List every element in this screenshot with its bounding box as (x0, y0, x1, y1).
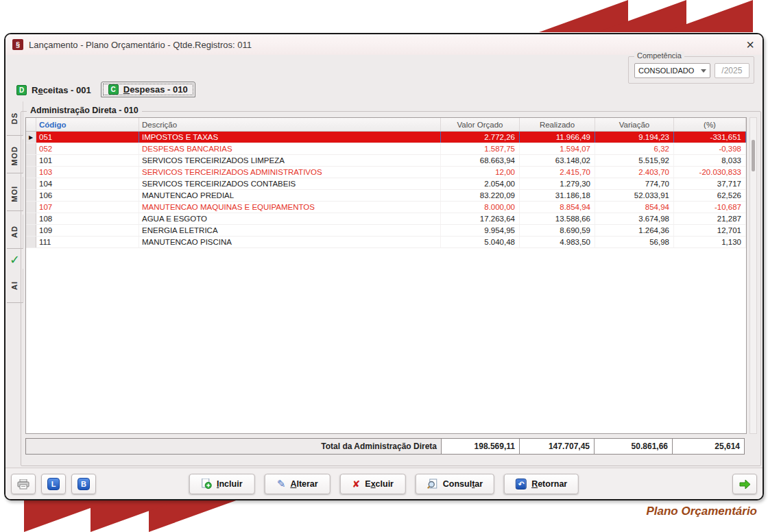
screen: § Lançamento - Plano Orçamentário - Qtde… (0, 0, 768, 532)
printer-icon (17, 479, 29, 489)
alterar-label: Alterar (290, 479, 317, 489)
cell-codigo: 103 (36, 167, 139, 178)
cell-percent: 1,130 (674, 237, 746, 247)
next-button[interactable] (732, 474, 757, 494)
competencia-select[interactable]: CONSOLIDADO (634, 63, 710, 78)
close-icon[interactable]: × (746, 36, 754, 53)
scrollbar-thumb[interactable] (752, 140, 755, 171)
header-valor-orcado[interactable]: Valor Orçado (441, 118, 520, 131)
table-row[interactable]: 106MANUTENCAO PREDIAL83.220,0931.186,185… (26, 190, 746, 202)
retornar-label: Retornar (531, 479, 567, 489)
tab-receitas-label: Receitas - 001 (32, 85, 91, 95)
cell-percent: 12,701 (674, 225, 746, 236)
grid-header-row: Código Descrição Valor Orçado Realizado … (26, 118, 746, 132)
competencia-groupbox: Competência CONSOLIDADO /2025 (628, 56, 754, 84)
cell-realizado: 31.186,18 (520, 190, 595, 201)
cell-valor-orcado: 5.040,48 (441, 237, 520, 247)
cell-descricao: MANUTENCAO PREDIAL (139, 190, 441, 201)
cell-percent: -10,687 (674, 202, 746, 213)
table-row[interactable]: 104SERVICOS TERCEIRIZADOS CONTABEIS2.054… (26, 178, 746, 190)
cell-codigo: 107 (36, 202, 139, 213)
cell-descricao: DESPESAS BANCARIAS (139, 143, 441, 154)
cell-codigo: 101 (36, 155, 139, 166)
tab-receitas[interactable]: D Receitas - 001 (10, 83, 98, 97)
header-variacao[interactable]: Variação (595, 118, 674, 131)
vertical-scrollbar[interactable] (749, 117, 757, 434)
table-row[interactable]: 109ENERGIA ELETRICA9.954,958.690,591.264… (26, 225, 746, 237)
cell-codigo: 052 (36, 143, 139, 154)
cell-valor-orcado: 17.263,64 (441, 213, 520, 224)
l-button[interactable]: L (41, 474, 66, 494)
row-selector (26, 178, 36, 189)
cell-descricao: SERVICOS TERCEIRIZADOS CONTABEIS (139, 178, 441, 189)
table-row[interactable]: 052DESPESAS BANCARIAS1.587,751.594,076,3… (26, 143, 746, 155)
window-title: Lançamento - Plano Orçamentário - Qtde.R… (29, 40, 252, 50)
excluir-label: Excluir (365, 479, 394, 489)
table-row[interactable]: 107MANUTENCAO MAQUINAS E EQUIPAMENTOS8.0… (26, 202, 746, 213)
cell-percent: -331,651 (674, 132, 746, 143)
cell-valor-orcado: 83.220,09 (441, 190, 520, 201)
alterar-button[interactable]: ✎ Alterar (265, 474, 331, 494)
data-grid: Código Descrição Valor Orçado Realizado … (25, 117, 747, 434)
header-realizado[interactable]: Realizado (520, 118, 595, 131)
cell-realizado: 13.588,66 (520, 213, 595, 224)
row-selector (26, 225, 36, 236)
cell-valor-orcado: 68.663,94 (441, 155, 520, 166)
row-selector (26, 155, 36, 166)
incluir-button[interactable]: Incluir (189, 474, 255, 494)
header-descricao[interactable]: Descrição (139, 118, 441, 131)
cell-variacao: 56,98 (595, 237, 674, 247)
cell-codigo: 106 (36, 190, 139, 201)
competencia-selected-value: CONSOLIDADO (638, 66, 694, 75)
cell-valor-orcado: 2.054,00 (441, 178, 520, 189)
cell-descricao: AGUA E ESGOTO (139, 213, 441, 224)
brand-footer-text: Plano Orçamentário (646, 505, 757, 518)
add-document-icon (202, 479, 212, 489)
competencia-label: Competência (634, 51, 684, 60)
cell-codigo: 051 (36, 132, 139, 143)
tab-despesas-label: Despesas - 010 (123, 84, 188, 95)
table-row[interactable]: ▶051IMPOSTOS E TAXAS2.772,2611.966,499.1… (26, 132, 746, 143)
magnifier-icon (427, 479, 438, 489)
cell-realizado: 2.415,70 (520, 167, 595, 178)
header-codigo[interactable]: Código (36, 118, 139, 131)
consultar-button[interactable]: Consultar (416, 474, 494, 494)
tab-despesas[interactable]: C Despesas - 010 (101, 82, 195, 97)
print-button[interactable] (11, 474, 36, 494)
period-field[interactable]: /2025 (715, 63, 749, 78)
return-arrow-icon: ↶ (516, 479, 527, 489)
incluir-label: Incluir (217, 479, 243, 489)
cell-realizado: 8.854,94 (520, 202, 595, 213)
cell-descricao: SERVICOS TERCEIRIZADOS ADMINISTRATIVOS (139, 167, 441, 178)
cell-descricao: MANUTENCAO MAQUINAS E EQUIPAMENTOS (139, 202, 441, 213)
b-button[interactable]: B (71, 474, 96, 494)
cell-variacao: 2.403,70 (595, 167, 674, 178)
cell-codigo: 108 (36, 213, 139, 224)
cell-valor-orcado: 8.000,00 (441, 202, 520, 213)
despesas-badge-icon: C (108, 84, 119, 95)
cell-descricao: MANUTENCAO PISCINA (139, 237, 441, 247)
header-percent[interactable]: (%) (674, 118, 746, 131)
table-row[interactable]: 101SERVICOS TERCEIRIZADOS LIMPEZA68.663,… (26, 155, 746, 167)
b-chip-icon: B (77, 478, 90, 490)
grid-body: ▶051IMPOSTOS E TAXAS2.772,2611.966,499.1… (26, 132, 746, 248)
table-row[interactable]: 111MANUTENCAO PISCINA5.040,484.983,5056,… (26, 237, 746, 248)
retornar-button[interactable]: ↶ Retornar (504, 474, 579, 494)
excluir-button[interactable]: ✘ Excluir (340, 474, 406, 494)
row-selector (26, 213, 36, 224)
cell-valor-orcado: 1.587,75 (441, 143, 520, 154)
receitas-badge-icon: D (16, 85, 27, 95)
table-row[interactable]: 103SERVICOS TERCEIRIZADOS ADMINISTRATIVO… (26, 167, 746, 178)
app-window: § Lançamento - Plano Orçamentário - Qtde… (4, 33, 764, 500)
cell-percent: 37,717 (674, 178, 746, 189)
row-selector (26, 202, 36, 213)
side-tab-label: DS (10, 112, 19, 124)
sawtooth-decoration-top (539, 0, 753, 32)
cell-percent: 21,287 (674, 213, 746, 224)
side-tab-label: AI (10, 281, 19, 290)
total-row: Total da Administração Direta 198.569,11… (25, 438, 747, 455)
cell-descricao: ENERGIA ELETRICA (139, 225, 441, 236)
table-row[interactable]: 108AGUA E ESGOTO17.263,6413.588,663.674,… (26, 213, 746, 225)
tab-strip: D Receitas - 001 C Despesas - 010 (10, 80, 195, 97)
app-icon: § (12, 39, 23, 50)
